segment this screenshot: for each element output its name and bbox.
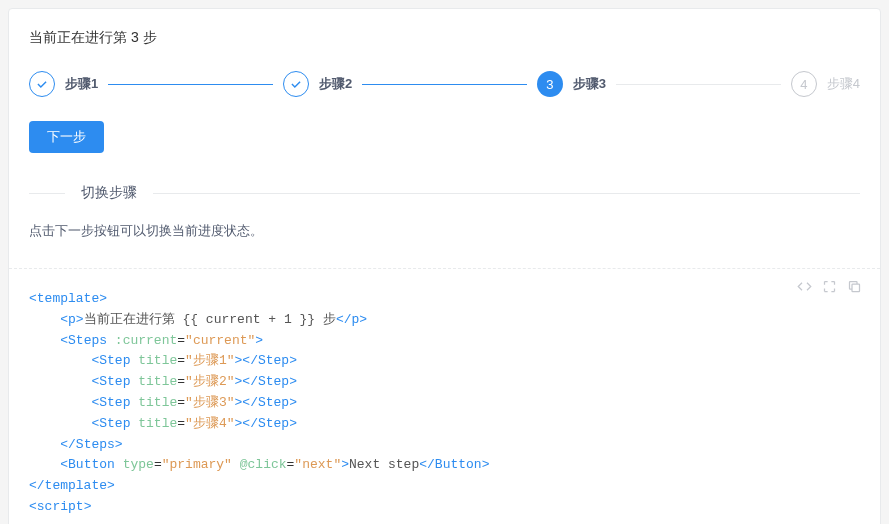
step-label: 步骤2 xyxy=(319,75,352,93)
current-step-text: 当前正在进行第 3 步 xyxy=(29,29,860,47)
code-icon[interactable] xyxy=(797,279,812,294)
steps-container: 步骤1 步骤2 3 步骤3 4 步骤4 xyxy=(29,71,860,97)
code-toolbar xyxy=(797,279,862,294)
step-1: 步骤1 xyxy=(29,71,283,97)
card-body: 当前正在进行第 3 步 步骤1 步骤2 3 步骤3 xyxy=(9,9,880,240)
step-2: 步骤2 xyxy=(283,71,537,97)
step-connector xyxy=(108,84,273,85)
step-connector xyxy=(616,84,781,85)
step-number-icon: 3 xyxy=(537,71,563,97)
step-label: 步骤3 xyxy=(573,75,606,93)
check-icon xyxy=(29,71,55,97)
expand-icon[interactable] xyxy=(822,279,837,294)
step-4: 4 步骤4 xyxy=(791,71,860,97)
code-block: <template> <p>当前正在进行第 {{ current + 1 }} … xyxy=(9,268,880,524)
section-description: 点击下一步按钮可以切换当前进度状态。 xyxy=(29,222,860,240)
step-label: 步骤1 xyxy=(65,75,98,93)
svg-rect-0 xyxy=(852,284,860,292)
step-label: 步骤4 xyxy=(827,75,860,93)
next-button[interactable]: 下一步 xyxy=(29,121,104,153)
step-3: 3 步骤3 xyxy=(537,71,791,97)
section-title: 切换步骤 xyxy=(65,184,153,202)
copy-icon[interactable] xyxy=(847,279,862,294)
demo-card: 当前正在进行第 3 步 步骤1 步骤2 3 步骤3 xyxy=(8,8,881,524)
code-content: <template> <p>当前正在进行第 {{ current + 1 }} … xyxy=(29,289,860,518)
step-connector xyxy=(362,84,527,85)
section-divider: 切换步骤 xyxy=(29,193,860,194)
check-icon xyxy=(283,71,309,97)
step-number-icon: 4 xyxy=(791,71,817,97)
